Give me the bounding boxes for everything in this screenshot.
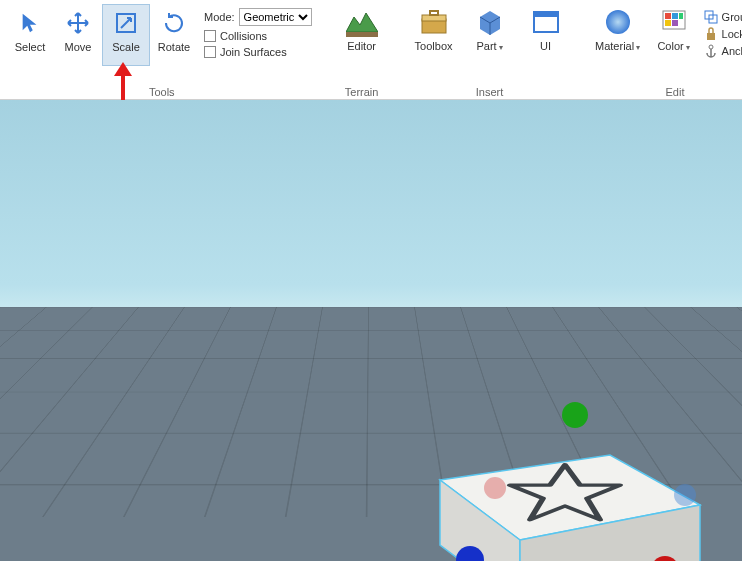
edit-side-options: Group Lock ▾ Anchor [702,4,742,66]
svg-rect-16 [707,33,715,40]
move-label: Move [65,41,92,53]
terrain-group: Editor Terrain [328,4,396,100]
chevron-down-icon: ▾ [686,43,690,52]
svg-rect-12 [665,20,671,26]
group-label: Group [722,11,742,23]
anchor-button[interactable]: Anchor [704,44,742,58]
viewport-3d[interactable] [0,100,742,561]
color-label: Color▾ [657,40,689,52]
part-label: Part▾ [476,40,502,52]
material-label: Material▾ [595,40,640,52]
material-button[interactable]: Material▾ [590,4,646,66]
cursor-icon [16,9,44,37]
insert-group-label: Insert [400,86,580,98]
edit-group-label: Edit [584,86,742,98]
edit-group: Material▾ Color▾ Group Lock ▾ [584,4,742,100]
lock-icon [704,27,718,41]
group-button[interactable]: Group [704,10,742,24]
chevron-down-icon: ▾ [499,43,503,52]
toolbox-icon [418,6,450,38]
rotate-button[interactable]: Rotate [150,4,198,66]
svg-point-7 [606,10,630,34]
part-button[interactable]: Part▾ [462,4,518,66]
lock-label: Lock [722,28,742,40]
checkbox-icon [204,46,216,58]
svg-point-17 [709,45,713,49]
collisions-label: Collisions [220,30,267,42]
toolbox-label: Toolbox [415,40,453,52]
ribbon: Select Move [0,0,742,100]
scale-handle-y-pos [562,402,588,428]
editor-button[interactable]: Editor [334,4,390,66]
tools-group: Select Move [0,4,324,100]
svg-rect-6 [534,12,558,17]
join-surfaces-checkbox[interactable]: Join Surfaces [204,46,312,58]
insert-group: Toolbox Part▾ UI Insert [400,4,580,100]
selected-part[interactable] [400,360,730,561]
scale-label: Scale [112,41,140,53]
lock-button[interactable]: Lock ▾ [704,27,742,41]
rotate-label: Rotate [158,41,190,53]
ui-icon [530,6,562,38]
part-block [440,455,700,561]
color-button[interactable]: Color▾ [646,4,702,66]
checkbox-icon [204,30,216,42]
collisions-checkbox[interactable]: Collisions [204,30,312,42]
ui-button[interactable]: UI [518,4,574,66]
tools-group-label: Tools [0,86,324,98]
toolbox-button[interactable]: Toolbox [406,4,462,66]
anchor-label: Anchor [722,45,742,57]
move-button[interactable]: Move [54,4,102,66]
mode-label: Mode: [204,11,235,23]
svg-rect-9 [665,13,671,19]
material-icon [602,6,634,38]
anchor-icon [704,44,718,58]
scale-handle-x-neg [484,477,506,499]
part-icon [474,6,506,38]
mode-options: Mode: Geometric Collisions Join Surfaces [198,4,318,66]
color-icon [658,6,690,38]
mode-select[interactable]: Geometric [239,8,312,26]
terrain-editor-icon [346,6,378,38]
svg-rect-13 [672,20,678,26]
svg-rect-1 [346,32,378,37]
join-surfaces-label: Join Surfaces [220,46,287,58]
svg-rect-11 [679,13,683,19]
select-button[interactable]: Select [6,4,54,66]
scale-icon [112,9,140,37]
terrain-group-label: Terrain [328,86,396,98]
svg-rect-4 [430,11,438,15]
ui-label: UI [540,40,551,52]
scale-handle-z-neg [674,484,696,506]
select-label: Select [15,41,46,53]
editor-label: Editor [347,40,376,52]
svg-rect-10 [672,13,678,19]
move-icon [64,9,92,37]
group-icon [704,10,718,24]
rotate-icon [160,9,188,37]
chevron-down-icon: ▾ [636,43,640,52]
scale-button[interactable]: Scale [102,4,150,66]
